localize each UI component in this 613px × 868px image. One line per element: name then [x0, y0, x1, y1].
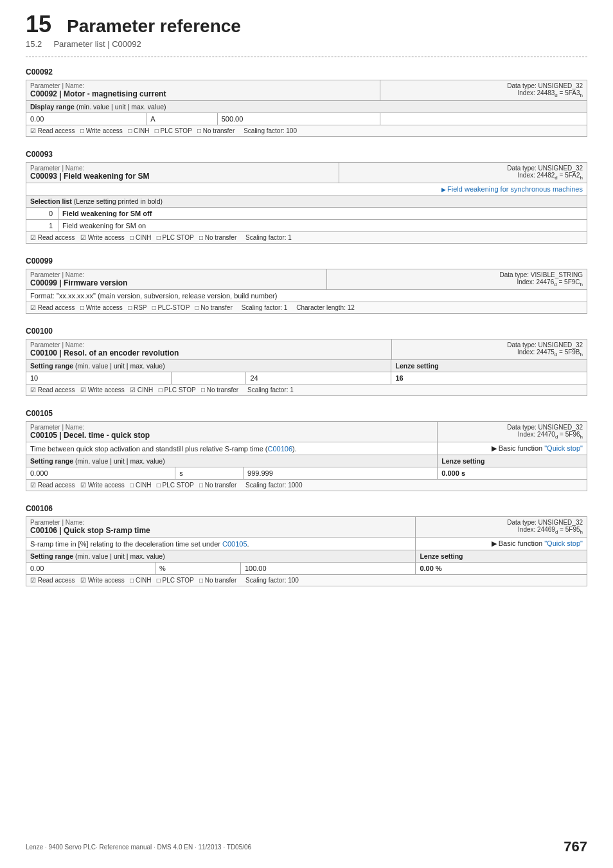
- param-section-c00100: C00100 Parameter | Name: C00100 | Resol.…: [26, 327, 587, 396]
- param-table-c00100: Parameter | Name: C00100 | Resol. of an …: [26, 339, 587, 396]
- section-label-row: Selection list (Lenze setting printed in…: [26, 195, 587, 208]
- param-header-row: Parameter | Name: C00105 | Decel. time -…: [26, 422, 587, 442]
- link-row: Field weakening for synchronous machines: [26, 183, 587, 195]
- sel-text-0: Field weakening for SM off: [58, 208, 587, 220]
- data-type-cell: Data type: UNSIGNED_32Index: 24475d = 5F…: [391, 339, 587, 360]
- access-text: ☑ Read access ☑ Write access □ CINH □ PL…: [26, 575, 587, 586]
- c00106-link[interactable]: C00106: [267, 445, 292, 453]
- param-table-c00092: Parameter | Name: C00092 | Motor - magne…: [26, 80, 587, 137]
- val-unit: s: [175, 467, 244, 480]
- val-max: 100.00: [240, 563, 415, 575]
- sel-num-1: 1: [26, 220, 58, 232]
- data-type-cell: Data type: UNSIGNED_32Index: 24483d = 5F…: [380, 80, 587, 101]
- section-label-row: Setting range (min. value | unit | max. …: [26, 455, 587, 467]
- access-text: ☑ Read access □ Write access □ CINH □ PL…: [26, 125, 587, 137]
- param-id-c00093: C00093: [26, 150, 587, 159]
- lenze-val: 16: [391, 372, 587, 384]
- selection-row-0: 0 Field weakening for SM off: [26, 208, 587, 220]
- param-section-c00105: C00105 Parameter | Name: C00105 | Decel.…: [26, 409, 587, 491]
- val-unit: [172, 372, 246, 384]
- description-row: Time between quick stop activation and s…: [26, 442, 587, 455]
- access-text: ☑ Read access ☑ Write access ☑ CINH □ PL…: [26, 384, 587, 396]
- param-name-cell: Parameter | Name: C00106 | Quick stop S-…: [26, 517, 416, 538]
- param-id-c00106: C00106: [26, 504, 587, 513]
- quick-stop-link-106[interactable]: "Quick stop": [544, 539, 583, 547]
- section-divider: [26, 57, 587, 57]
- c00105-link[interactable]: C00105: [222, 540, 247, 548]
- param-section-c00093: C00093 Parameter | Name: C00093 | Field …: [26, 150, 587, 244]
- page-title: Parameter reference: [67, 16, 241, 37]
- section-label-row: Display range (min. value | unit | max. …: [26, 101, 587, 113]
- description-row: S-ramp time in [%] relating to the decel…: [26, 538, 587, 550]
- param-header-row: Parameter | Name: C00092 | Motor - magne…: [26, 80, 587, 101]
- param-header-row: Parameter | Name: C00099 | Firmware vers…: [26, 269, 587, 290]
- param-header-row: Parameter | Name: C00106 | Quick stop S-…: [26, 517, 587, 538]
- footer-page-number: 767: [564, 838, 587, 855]
- section-label-row: Setting range (min. value | unit | max. …: [26, 360, 587, 372]
- lenze-val: 0.00 %: [416, 563, 587, 575]
- sel-text-1: Field weakening for SM on: [58, 220, 587, 232]
- access-text: ☑ Read access □ Write access □ RSP □ PLC…: [26, 302, 587, 314]
- val-min: 10: [26, 372, 172, 384]
- param-header-row: Parameter | Name: C00100 | Resol. of an …: [26, 339, 587, 360]
- param-name-cell: Parameter | Name: C00099 | Firmware vers…: [26, 269, 327, 290]
- param-name-cell: Parameter | Name: C00100 | Resol. of an …: [26, 339, 392, 360]
- param-table-c00099: Parameter | Name: C00099 | Firmware vers…: [26, 269, 587, 314]
- value-row: 10 24 16: [26, 372, 587, 384]
- val-min: 0.000: [26, 467, 175, 480]
- value-row: 0.00 % 100.00 0.00 %: [26, 563, 587, 575]
- lenze-val: 0.000 s: [438, 467, 587, 480]
- page-number: 15: [26, 13, 51, 36]
- param-id-c00105: C00105: [26, 409, 587, 418]
- val-min: 0.00: [26, 113, 147, 125]
- data-type-cell: Data type: VISIBLE_STRINGIndex: 24476d =…: [326, 269, 587, 290]
- selection-row-1: 1 Field weakening for SM on: [26, 220, 587, 232]
- page-subtitle: 15.2 Parameter list | C00092: [26, 39, 141, 49]
- access-row: ☑ Read access □ Write access □ RSP □ PLC…: [26, 302, 587, 314]
- access-text: ☑ Read access ☑ Write access □ CINH □ PL…: [26, 480, 587, 491]
- footer-left: Lenze · 9400 Servo PLC· Reference manual…: [26, 844, 251, 851]
- val-unit: A: [147, 113, 218, 125]
- value-row: 0.000 s 999.999 0.000 s: [26, 467, 587, 480]
- val-min: 0.00: [26, 563, 155, 575]
- val-max: 24: [246, 372, 391, 384]
- access-text: ☑ Read access ☑ Write access □ CINH □ PL…: [26, 232, 587, 244]
- param-section-c00099: C00099 Parameter | Name: C00099 | Firmwa…: [26, 257, 587, 314]
- quick-stop-link-105[interactable]: "Quick stop": [544, 444, 583, 452]
- data-type-cell: Data type: UNSIGNED_32Index: 24469d = 5F…: [416, 517, 587, 538]
- param-table-c00093: Parameter | Name: C00093 | Field weakeni…: [26, 162, 587, 244]
- value-row: 0.00 A 500.00: [26, 113, 587, 125]
- page-footer: Lenze · 9400 Servo PLC· Reference manual…: [0, 838, 613, 855]
- access-row: ☑ Read access □ Write access □ CINH □ PL…: [26, 125, 587, 137]
- access-row: ☑ Read access ☑ Write access □ CINH □ PL…: [26, 575, 587, 586]
- val-unit: %: [155, 563, 240, 575]
- param-section-c00092: C00092 Parameter | Name: C00092 | Motor …: [26, 68, 587, 137]
- description-text: Format: "xx.xx.xx.xx" (main version, sub…: [26, 290, 587, 302]
- param-name-cell: Parameter | Name: C00093 | Field weakeni…: [26, 163, 339, 183]
- page-header: 15 Parameter reference: [26, 13, 587, 37]
- param-id-c00092: C00092: [26, 68, 587, 77]
- param-header-row: Parameter | Name: C00093 | Field weakeni…: [26, 163, 587, 183]
- param-table-c00105: Parameter | Name: C00105 | Decel. time -…: [26, 421, 587, 491]
- description-row: Format: "xx.xx.xx.xx" (main version, sub…: [26, 290, 587, 302]
- sel-num-0: 0: [26, 208, 58, 220]
- param-name-cell: Parameter | Name: C00105 | Decel. time -…: [26, 422, 438, 442]
- access-row: ☑ Read access ☑ Write access □ CINH □ PL…: [26, 232, 587, 244]
- val-max: 999.999: [244, 467, 438, 480]
- access-row: ☑ Read access ☑ Write access □ CINH □ PL…: [26, 480, 587, 491]
- val-extra: [380, 113, 587, 125]
- param-section-c00106: C00106 Parameter | Name: C00106 | Quick …: [26, 504, 587, 586]
- param-table-c00106: Parameter | Name: C00106 | Quick stop S-…: [26, 516, 587, 586]
- section-label-row: Setting range (min. value | unit | max. …: [26, 550, 587, 563]
- data-type-cell: Data type: UNSIGNED_32Index: 24470d = 5F…: [438, 422, 587, 442]
- data-type-cell: Data type: UNSIGNED_32Index: 24482d = 5F…: [339, 163, 587, 183]
- param-id-c00100: C00100: [26, 327, 587, 336]
- param-id-c00099: C00099: [26, 257, 587, 266]
- param-name-cell: Parameter | Name: C00092 | Motor - magne…: [26, 80, 380, 101]
- access-row: ☑ Read access ☑ Write access ☑ CINH □ PL…: [26, 384, 587, 396]
- field-weakening-link[interactable]: Field weakening for synchronous machines: [441, 185, 583, 193]
- val-max: 500.00: [217, 113, 380, 125]
